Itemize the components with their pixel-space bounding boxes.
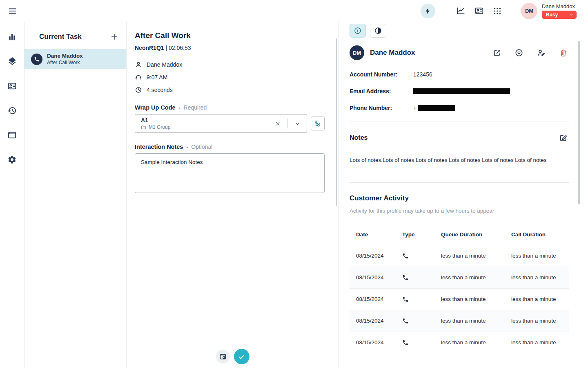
interaction-notes-input[interactable]: Sample Interaction Notes bbox=[135, 153, 325, 193]
tree-select-icon bbox=[314, 120, 322, 128]
wrap-up-selected-value: A1 M1 Group bbox=[141, 117, 273, 130]
nav-interactions-button[interactable] bbox=[4, 53, 20, 70]
activity-date: 08/15/2024 bbox=[356, 253, 402, 259]
performance-dashboard-button[interactable] bbox=[452, 4, 469, 18]
nav-settings-button[interactable] bbox=[4, 151, 20, 168]
call-duration: less than a minute bbox=[511, 318, 569, 324]
nav-history-button[interactable] bbox=[4, 102, 20, 119]
participant-row: Dane Maddox bbox=[135, 61, 325, 68]
contact-card-icon bbox=[474, 6, 484, 16]
quick-actions-button[interactable] bbox=[421, 4, 435, 18]
combobox-divider bbox=[287, 119, 288, 128]
hamburger-menu-button[interactable] bbox=[7, 5, 19, 17]
headset-icon bbox=[135, 74, 142, 81]
interaction-notes-label-row: Interaction Notes • Optional bbox=[135, 144, 325, 150]
wrap-up-tree-picker-button[interactable] bbox=[311, 117, 325, 130]
call-duration: 4 seconds bbox=[147, 87, 173, 93]
schedule-callback-button[interactable] bbox=[216, 350, 230, 364]
contrast-icon bbox=[374, 27, 382, 35]
redacted-phone-value bbox=[418, 105, 455, 111]
notes-header: Notes bbox=[350, 132, 569, 144]
dialpad-button[interactable] bbox=[489, 4, 506, 18]
activity-date: 08/15/2024 bbox=[356, 339, 402, 346]
phone-icon bbox=[402, 318, 441, 324]
edit-notes-button[interactable] bbox=[557, 132, 569, 144]
clear-wrap-up-button[interactable] bbox=[273, 119, 282, 128]
notes-title: Notes bbox=[350, 134, 368, 141]
complete-acw-button[interactable] bbox=[234, 349, 249, 364]
delete-contact-button[interactable] bbox=[557, 47, 569, 58]
wrap-up-label: Wrap Up Code bbox=[135, 104, 176, 111]
task-panel-header: Current Task bbox=[24, 31, 126, 43]
table-row: 08/15/2024 less than a minute less than … bbox=[350, 288, 569, 310]
phone-icon bbox=[402, 296, 441, 303]
acw-scrollbar[interactable] bbox=[336, 38, 337, 206]
customer-activity-subtitle: Activity for this profile may take up to… bbox=[350, 208, 569, 214]
phone-icon bbox=[34, 56, 40, 62]
wrap-up-group: M1 Group bbox=[149, 124, 170, 130]
queue-duration: less than a minute bbox=[441, 318, 511, 324]
edit-notes-icon bbox=[559, 134, 568, 142]
column-header-queue-duration: Queue Duration bbox=[441, 231, 511, 238]
acw-subtitle: NeonR1Q1 | 02:06:53 bbox=[135, 45, 325, 51]
wrap-up-code-select[interactable]: A1 M1 Group bbox=[135, 114, 307, 133]
wrap-up-dropdown-button[interactable] bbox=[293, 119, 302, 128]
top-bar: DM Dane Maddox Busy bbox=[0, 0, 588, 22]
chevron-down-icon bbox=[569, 12, 574, 17]
table-row: 08/15/2024 less than a minute less than … bbox=[350, 310, 569, 332]
wrap-up-select-row: A1 M1 Group bbox=[135, 114, 325, 133]
table-row: 08/15/2024 less than a minute less than … bbox=[350, 267, 569, 288]
participant-name: Dane Maddox bbox=[147, 61, 182, 68]
tab-journey[interactable] bbox=[370, 24, 386, 38]
profile-header: DM Dane Maddox bbox=[350, 45, 569, 60]
call-duration: less than a minute bbox=[511, 296, 569, 302]
lightning-icon bbox=[424, 7, 432, 15]
contact-profile-panel: DM Dane Maddox bbox=[339, 22, 588, 368]
field-email-address: Email Address: bbox=[350, 88, 569, 95]
current-task-panel: Current Task Dane Maddox After Call Work bbox=[24, 22, 127, 368]
activity-date: 08/15/2024 bbox=[356, 274, 402, 280]
section-divider bbox=[350, 121, 569, 121]
status-selector[interactable]: Busy bbox=[542, 11, 577, 19]
contact-fields: Account Number: 123456 Email Address: Ph… bbox=[350, 71, 569, 112]
bullet-separator: • bbox=[186, 145, 188, 150]
call-duration: less than a minute bbox=[511, 274, 569, 280]
task-avatar bbox=[31, 54, 42, 65]
info-icon bbox=[354, 27, 362, 35]
acw-timer: 02:06:53 bbox=[169, 45, 191, 51]
edit-contact-button[interactable] bbox=[535, 47, 547, 58]
after-call-work-panel: After Call Work NeonR1Q1 | 02:06:53 Dane… bbox=[127, 22, 339, 368]
contact-avatar[interactable]: DM bbox=[350, 45, 364, 60]
wrap-up-code: A1 bbox=[141, 117, 273, 123]
subtitle-separator: | bbox=[164, 45, 169, 51]
call-duration: less than a minute bbox=[511, 253, 569, 259]
nav-performance-button[interactable] bbox=[4, 29, 20, 45]
trash-icon bbox=[559, 49, 568, 57]
dialpad-icon bbox=[493, 7, 502, 16]
profile-scrollbar[interactable] bbox=[578, 41, 580, 204]
wrap-up-label-row: Wrap Up Code • Required bbox=[135, 104, 325, 111]
nav-contacts-button[interactable] bbox=[4, 78, 20, 94]
tab-profile-info[interactable] bbox=[350, 24, 366, 38]
call-duration: less than a minute bbox=[511, 339, 569, 346]
contact-name: Dane Maddox bbox=[370, 49, 415, 57]
phone-icon bbox=[402, 274, 441, 281]
queue-duration: less than a minute bbox=[441, 339, 511, 346]
section-divider bbox=[350, 182, 569, 183]
queue-duration: less than a minute bbox=[441, 274, 511, 280]
activity-date: 08/15/2024 bbox=[356, 318, 402, 324]
agent-avatar[interactable]: DM bbox=[521, 3, 537, 19]
task-list-item[interactable]: Dane Maddox After Call Work bbox=[24, 49, 126, 69]
profile-tabs bbox=[350, 24, 569, 38]
task-contact-name: Dane Maddox bbox=[47, 53, 83, 59]
plus-icon bbox=[110, 32, 119, 41]
contacts-directory-button[interactable] bbox=[471, 4, 487, 18]
start-time: 9:07 AM bbox=[147, 74, 167, 81]
download-contact-button[interactable] bbox=[513, 47, 525, 58]
open-profile-external-button[interactable] bbox=[491, 47, 503, 58]
settings-icon bbox=[7, 155, 17, 164]
schedule-callback-icon bbox=[219, 353, 227, 360]
duration-row: 4 seconds bbox=[135, 86, 325, 94]
nav-apps-window-button[interactable] bbox=[4, 127, 20, 143]
add-task-button[interactable] bbox=[108, 31, 120, 43]
